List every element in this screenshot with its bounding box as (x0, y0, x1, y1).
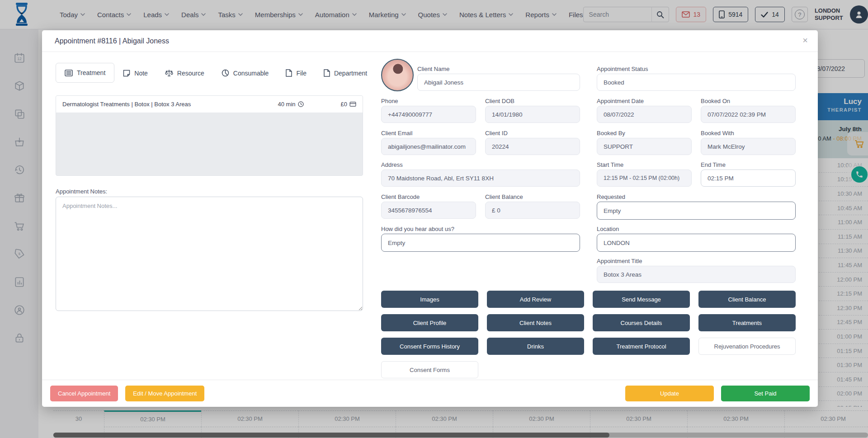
tab-file[interactable]: File (277, 63, 315, 83)
client-name-input[interactable] (417, 74, 580, 91)
appointment-date-input[interactable] (597, 106, 692, 123)
tab-note[interactable]: Note (114, 64, 156, 83)
appointment-notes-textarea[interactable] (56, 197, 363, 311)
appointment-status-select[interactable]: Booked (597, 74, 796, 91)
booked-on-label: Booked On (701, 98, 730, 104)
treatment-list: Dermatologist Treatments | Botox | Botox… (56, 95, 363, 176)
client-photo[interactable] (381, 59, 414, 91)
courses-details-button[interactable]: Courses Details (593, 314, 690, 331)
client-id-input[interactable] (485, 138, 580, 155)
drinks-button[interactable]: Drinks (487, 338, 584, 355)
booked-on-input[interactable] (701, 106, 796, 123)
address-input[interactable] (381, 170, 580, 187)
hear-about-label: How did you hear about us? (381, 226, 454, 232)
booked-with-label: Booked With (701, 130, 734, 137)
consent-forms-history-button[interactable]: Consent Forms History (381, 338, 478, 355)
requested-label: Requested (597, 193, 625, 200)
client-balance-button[interactable]: Client Balance (698, 291, 796, 308)
card-icon (349, 102, 356, 107)
tab-label: Department (334, 70, 367, 77)
update-button[interactable]: Update (625, 386, 714, 401)
client-balance-input[interactable] (485, 202, 580, 219)
add-review-button[interactable]: Add Review (487, 291, 584, 308)
client-balance-label: Client Balance (485, 193, 523, 200)
start-time-label: Start Time (597, 161, 623, 168)
consent-forms-button[interactable]: Consent Forms (381, 361, 478, 378)
client-profile-button[interactable]: Client Profile (381, 314, 478, 331)
edit-move-appointment-button[interactable]: Edit / Move Appointment (125, 386, 204, 401)
clock-icon (298, 101, 304, 107)
client-id-label: Client ID (485, 130, 508, 137)
treatment-price: £0 (341, 101, 356, 108)
client-notes-button[interactable]: Client Notes (487, 314, 584, 331)
client-barcode-input[interactable] (381, 202, 476, 219)
send-message-button[interactable]: Send Message (593, 291, 690, 308)
modal-tabs: Treatment Note Resource Consumable File … (56, 63, 376, 83)
location-label: Location (597, 226, 619, 232)
modal-title: Appointment #8116 | Abigail Joness (55, 37, 169, 45)
client-email-label: Client Email (381, 130, 412, 137)
client-barcode-label: Client Barcode (381, 193, 420, 200)
close-icon[interactable]: × (802, 36, 808, 45)
tab-treatment[interactable]: Treatment (56, 63, 114, 83)
client-dob-label: Client DOB (485, 98, 514, 104)
images-button[interactable]: Images (381, 291, 478, 308)
note-icon (123, 70, 130, 77)
screen: TodayContactsLeadsDealsTasksMembershipsA… (0, 0, 868, 438)
treatment-row[interactable]: Dermatologist Treatments | Botox | Botox… (56, 96, 363, 113)
appointment-status-label: Appointment Status (597, 66, 648, 72)
phone-input[interactable] (381, 106, 476, 123)
end-time-label: End Time (701, 161, 726, 168)
set-paid-button[interactable]: Set Paid (721, 386, 810, 401)
treatment-icon (65, 70, 73, 76)
appointment-notes-label: Appointment Notes: (56, 188, 107, 195)
tab-label: File (296, 70, 307, 77)
start-time-input[interactable] (597, 170, 692, 187)
appointment-title-input[interactable] (597, 266, 796, 283)
document-icon (324, 69, 330, 77)
tab-label: Treatment (77, 69, 105, 76)
cancel-appointment-button[interactable]: Cancel Appointment (50, 386, 118, 401)
booked-with-input[interactable] (701, 138, 796, 155)
booked-by-label: Booked By (597, 130, 625, 137)
modal-header: Appointment #8116 | Abigail Joness × (42, 30, 818, 52)
hear-about-select[interactable]: Empty (381, 234, 580, 252)
booked-by-input[interactable] (597, 138, 692, 155)
treatment-protocol-button[interactable]: Treatment Protocol (593, 338, 690, 355)
tab-resource[interactable]: Resource (156, 64, 213, 83)
appointment-title-label: Appointment Title (597, 258, 642, 264)
end-time-input[interactable] (701, 170, 796, 187)
client-dob-input[interactable] (485, 106, 580, 123)
location-select[interactable]: LONDON (597, 234, 796, 252)
rejuvenation-procedures-button[interactable]: Rejuvenation Procedures (698, 338, 796, 355)
treatment-name: Dermatologist Treatments | Botox | Botox… (62, 101, 278, 108)
tab-label: Resource (177, 70, 204, 77)
client-name-label: Client Name (417, 66, 450, 72)
tab-consumable[interactable]: Consumable (213, 63, 278, 83)
pie-chart-icon (222, 69, 229, 77)
modal-footer: Cancel Appointment Edit / Move Appointme… (42, 380, 818, 407)
requested-select[interactable]: Empty (597, 202, 796, 220)
scale-icon (165, 70, 173, 77)
action-buttons-grid: ImagesAdd ReviewSend MessageClient Balan… (381, 291, 796, 378)
address-label: Address (381, 161, 403, 168)
tab-label: Consumable (233, 70, 269, 77)
appointment-modal: Appointment #8116 | Abigail Joness × Tre… (42, 30, 818, 407)
treatments-button[interactable]: Treatments (698, 314, 796, 331)
file-icon (286, 69, 292, 77)
phone-label: Phone (381, 98, 398, 104)
tab-department[interactable]: Department (315, 63, 376, 83)
treatment-duration: 40 min (278, 101, 304, 108)
appointment-date-label: Appointment Date (597, 98, 644, 104)
client-email-input[interactable] (381, 138, 476, 155)
tab-label: Note (134, 70, 148, 77)
